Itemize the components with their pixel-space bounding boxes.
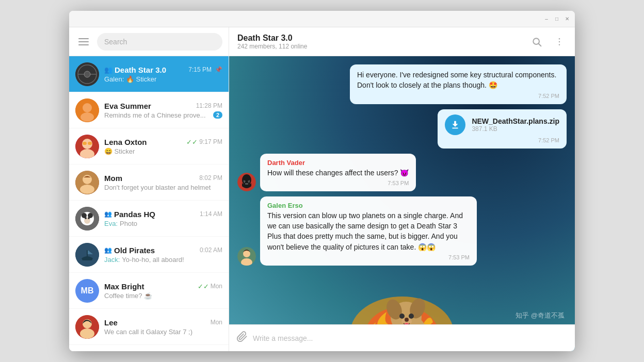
svg-point-33 bbox=[559, 41, 560, 42]
chat-preview: Jack: Yo-ho-ho, all aboard! bbox=[104, 256, 222, 264]
chat-preview: Reminds me of a Chinese prove... 2 bbox=[104, 111, 222, 119]
svg-rect-11 bbox=[88, 142, 92, 145]
chat-item-eva-summer[interactable]: Eva Summer 11:28 PM Reminds me of a Chin… bbox=[69, 92, 229, 128]
avatar bbox=[75, 135, 99, 158]
svg-point-54 bbox=[405, 318, 409, 322]
chat-name-row: 👥 Death Star 3.0 7:15 PM 📌 bbox=[104, 65, 222, 74]
svg-point-3 bbox=[84, 71, 90, 77]
attach-button[interactable] bbox=[236, 331, 248, 345]
maximize-button[interactable]: □ bbox=[553, 15, 560, 23]
messages-area: Hi everyone. I've redesigned some key st… bbox=[229, 56, 575, 324]
close-button[interactable]: ✕ bbox=[564, 15, 571, 23]
download-icon[interactable] bbox=[445, 114, 465, 135]
avatar: MB bbox=[75, 279, 99, 303]
hamburger-line bbox=[78, 38, 89, 39]
main-layout: 👥 Death Star 3.0 7:15 PM 📌 Galen: 🔥 Stic… bbox=[69, 27, 575, 351]
message-text: This version can blow up two planets on … bbox=[267, 210, 470, 252]
svg-rect-10 bbox=[83, 142, 87, 145]
svg-point-14 bbox=[80, 185, 94, 194]
svg-point-21 bbox=[88, 217, 90, 219]
chat-item-max-bright[interactable]: MB Max Bright ✓✓ Mon bbox=[69, 273, 229, 309]
search-input[interactable] bbox=[104, 38, 215, 46]
svg-point-52 bbox=[409, 314, 414, 319]
message-time: 7:52 PM bbox=[445, 137, 559, 143]
svg-point-6 bbox=[81, 112, 94, 122]
message-row: NEW_DeathStar.plans.zip 387.1 KB 7:52 PM bbox=[237, 109, 567, 149]
group-icon: 👥 bbox=[104, 210, 112, 218]
chat-name: 👥 Pandas HQ bbox=[104, 210, 155, 219]
chat-subtitle: 242 members, 112 online bbox=[237, 43, 307, 50]
chat-name: 👥 Death Star 3.0 bbox=[104, 65, 166, 74]
chat-info: Max Bright ✓✓ Mon Coffee time? ☕ bbox=[104, 282, 222, 300]
chat-name-row: Mom 8:02 PM bbox=[104, 174, 222, 183]
avatar bbox=[75, 243, 99, 267]
avatar bbox=[75, 171, 99, 194]
avatar bbox=[75, 315, 99, 339]
chat-info: Mom 8:02 PM Don't forget your blaster an… bbox=[104, 174, 222, 191]
message-input[interactable] bbox=[253, 334, 568, 342]
chat-info: 👥 Old Pirates 0:02 AM Jack: Yo-ho-ho, al… bbox=[104, 246, 222, 264]
chat-name-row: 👥 Old Pirates 0:02 AM bbox=[104, 246, 222, 255]
chat-name-row: Lee Mon bbox=[104, 318, 222, 327]
avatar bbox=[75, 98, 99, 122]
chat-item-old-pirates[interactable]: 👥 Old Pirates 0:02 AM Jack: Yo-ho-ho, al… bbox=[69, 237, 229, 273]
chat-preview: Coffee time? ☕ bbox=[104, 292, 222, 300]
message-bubble: Darth Vader How will these changes affec… bbox=[260, 154, 416, 191]
chat-header: Death Star 3.0 242 members, 112 online bbox=[229, 27, 575, 56]
file-info: NEW_DeathStar.plans.zip 387.1 KB bbox=[472, 117, 559, 133]
chat-area: Death Star 3.0 242 members, 112 online bbox=[229, 27, 575, 351]
svg-rect-38 bbox=[245, 183, 248, 185]
chat-name: Eva Summer bbox=[104, 102, 151, 110]
message-time: 7:53 PM bbox=[267, 254, 470, 260]
chat-item-lee[interactable]: Lee Mon We can call it Galaxy Star 7 ;) bbox=[69, 309, 229, 345]
svg-point-20 bbox=[85, 217, 87, 219]
hamburger-line bbox=[78, 44, 89, 45]
svg-rect-23 bbox=[87, 250, 88, 258]
svg-point-26 bbox=[80, 328, 94, 339]
chat-name-row: 👥 Pandas HQ 1:14 AM bbox=[104, 210, 222, 219]
group-icon: 👥 bbox=[104, 66, 112, 74]
minimize-button[interactable]: – bbox=[543, 15, 550, 23]
chat-list: 👥 Death Star 3.0 7:15 PM 📌 Galen: 🔥 Stic… bbox=[69, 56, 229, 351]
message-bubble-file: NEW_DeathStar.plans.zip 387.1 KB 7:52 PM bbox=[438, 109, 567, 149]
chat-item-death-star[interactable]: 👥 Death Star 3.0 7:15 PM 📌 Galen: 🔥 Stic… bbox=[69, 56, 229, 92]
chat-info: Lee Mon We can call it Galaxy Star 7 ;) bbox=[104, 318, 222, 336]
file-name: NEW_DeathStar.plans.zip bbox=[472, 117, 559, 125]
svg-point-5 bbox=[83, 103, 92, 112]
pin-icon: 📌 bbox=[215, 66, 222, 73]
chat-info: 👥 Death Star 3.0 7:15 PM 📌 Galen: 🔥 Stic… bbox=[104, 65, 222, 83]
chat-item-mom[interactable]: Mom 8:02 PM Don't forget your blaster an… bbox=[69, 164, 229, 201]
message-row: Galen Erso This version can blow up two … bbox=[237, 196, 567, 266]
svg-point-27 bbox=[75, 351, 99, 352]
group-icon: 👥 bbox=[104, 246, 112, 254]
app-window: – □ ✕ bbox=[69, 11, 575, 351]
file-bubble: NEW_DeathStar.plans.zip 387.1 KB bbox=[445, 114, 559, 135]
chat-name: Lee bbox=[104, 318, 118, 327]
message-sender: Galen Erso bbox=[267, 202, 470, 209]
avatar bbox=[75, 351, 99, 352]
svg-rect-35 bbox=[453, 127, 458, 128]
chat-info: Lena Oxton ✓✓ 9:17 PM 😄 Sticker bbox=[104, 138, 222, 155]
sticker-image: ★ bbox=[330, 271, 474, 324]
svg-line-31 bbox=[539, 43, 541, 46]
message-avatar bbox=[237, 247, 256, 266]
message-time: 7:52 PM bbox=[357, 93, 559, 99]
hamburger-button[interactable] bbox=[75, 34, 92, 50]
avatar bbox=[75, 62, 99, 86]
chat-item-alexandra[interactable]: Alexandra Z Mon Workout_Shedule.pdf bbox=[69, 345, 229, 351]
unread-badge: 2 bbox=[213, 111, 222, 119]
chat-preview: Galen: 🔥 Sticker bbox=[104, 75, 222, 83]
message-time: 7:53 PM bbox=[267, 180, 409, 186]
chat-item-lena-oxton[interactable]: Lena Oxton ✓✓ 9:17 PM 😄 Sticker bbox=[69, 128, 229, 164]
double-checkmark: ✓✓ bbox=[186, 138, 198, 146]
chat-name: Max Bright bbox=[104, 282, 144, 291]
chat-name-row: Max Bright ✓✓ Mon bbox=[104, 282, 222, 291]
search-button[interactable] bbox=[529, 35, 544, 49]
more-options-button[interactable] bbox=[552, 35, 567, 49]
chat-item-pandas-hq[interactable]: 👥 Pandas HQ 1:14 AM Eva: Photo bbox=[69, 201, 229, 237]
double-checkmark: ✓✓ bbox=[198, 283, 209, 290]
chat-name-row: Eva Summer 11:28 PM bbox=[104, 102, 222, 110]
search-box[interactable] bbox=[97, 33, 222, 51]
chat-title: Death Star 3.0 bbox=[237, 34, 307, 43]
svg-point-34 bbox=[559, 44, 560, 45]
